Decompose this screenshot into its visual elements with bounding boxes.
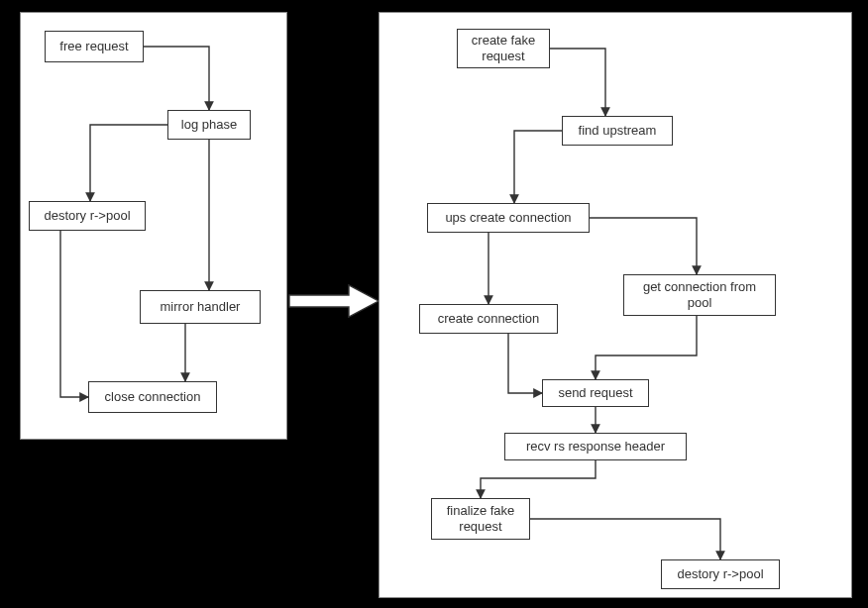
node-free-request: free request: [45, 31, 144, 62]
node-send-request: send request: [542, 379, 649, 407]
node-destroy-pool-left: destory r->pool: [29, 201, 146, 231]
left-panel: free request log phase destory r->pool m…: [20, 12, 287, 440]
node-find-upstream: find upstream: [562, 116, 673, 146]
expand-arrow-icon: [287, 283, 380, 319]
node-mirror-handler: mirror handler: [140, 290, 261, 324]
node-close-connection: close connection: [88, 381, 217, 413]
right-panel: create fake request find upstream ups cr…: [379, 12, 852, 598]
node-finalize-fake-request: finalize fake request: [431, 498, 530, 540]
node-recv-rs-response-header: recv rs response header: [504, 433, 687, 460]
node-create-fake-request: create fake request: [457, 29, 550, 68]
node-create-connection: create connection: [419, 304, 558, 334]
node-log-phase: log phase: [167, 110, 251, 140]
node-get-connection-from-pool: get connection from pool: [623, 274, 776, 316]
node-destroy-pool-right: destory r->pool: [661, 559, 780, 589]
node-ups-create-connection: ups create connection: [427, 203, 590, 233]
